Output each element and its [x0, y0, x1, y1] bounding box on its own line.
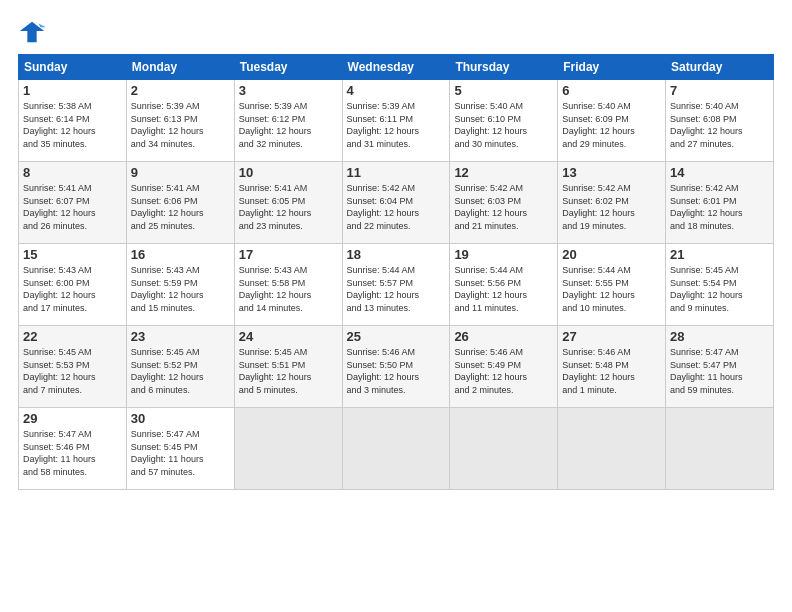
day-number: 30 — [131, 411, 230, 426]
weekday-sunday: Sunday — [19, 55, 127, 80]
day-cell: 3Sunrise: 5:39 AM Sunset: 6:12 PM Daylig… — [234, 80, 342, 162]
day-info: Sunrise: 5:39 AM Sunset: 6:11 PM Dayligh… — [347, 100, 446, 150]
day-cell: 28Sunrise: 5:47 AM Sunset: 5:47 PM Dayli… — [666, 326, 774, 408]
week-row-1: 1Sunrise: 5:38 AM Sunset: 6:14 PM Daylig… — [19, 80, 774, 162]
day-number: 24 — [239, 329, 338, 344]
day-info: Sunrise: 5:40 AM Sunset: 6:08 PM Dayligh… — [670, 100, 769, 150]
day-info: Sunrise: 5:41 AM Sunset: 6:07 PM Dayligh… — [23, 182, 122, 232]
day-info: Sunrise: 5:43 AM Sunset: 5:59 PM Dayligh… — [131, 264, 230, 314]
day-cell: 18Sunrise: 5:44 AM Sunset: 5:57 PM Dayli… — [342, 244, 450, 326]
day-info: Sunrise: 5:44 AM Sunset: 5:56 PM Dayligh… — [454, 264, 553, 314]
weekday-wednesday: Wednesday — [342, 55, 450, 80]
day-info: Sunrise: 5:41 AM Sunset: 6:05 PM Dayligh… — [239, 182, 338, 232]
day-number: 9 — [131, 165, 230, 180]
day-number: 4 — [347, 83, 446, 98]
calendar: SundayMondayTuesdayWednesdayThursdayFrid… — [18, 54, 774, 490]
day-number: 2 — [131, 83, 230, 98]
day-info: Sunrise: 5:42 AM Sunset: 6:03 PM Dayligh… — [454, 182, 553, 232]
day-cell: 1Sunrise: 5:38 AM Sunset: 6:14 PM Daylig… — [19, 80, 127, 162]
day-number: 27 — [562, 329, 661, 344]
day-info: Sunrise: 5:44 AM Sunset: 5:55 PM Dayligh… — [562, 264, 661, 314]
day-number: 18 — [347, 247, 446, 262]
day-info: Sunrise: 5:41 AM Sunset: 6:06 PM Dayligh… — [131, 182, 230, 232]
logo — [18, 18, 50, 46]
day-number: 22 — [23, 329, 122, 344]
day-info: Sunrise: 5:39 AM Sunset: 6:13 PM Dayligh… — [131, 100, 230, 150]
weekday-monday: Monday — [126, 55, 234, 80]
day-cell: 11Sunrise: 5:42 AM Sunset: 6:04 PM Dayli… — [342, 162, 450, 244]
day-number: 1 — [23, 83, 122, 98]
day-cell: 20Sunrise: 5:44 AM Sunset: 5:55 PM Dayli… — [558, 244, 666, 326]
day-number: 26 — [454, 329, 553, 344]
day-cell: 24Sunrise: 5:45 AM Sunset: 5:51 PM Dayli… — [234, 326, 342, 408]
day-cell — [450, 408, 558, 490]
day-info: Sunrise: 5:45 AM Sunset: 5:52 PM Dayligh… — [131, 346, 230, 396]
day-number: 23 — [131, 329, 230, 344]
svg-marker-1 — [39, 24, 46, 28]
weekday-saturday: Saturday — [666, 55, 774, 80]
day-cell: 6Sunrise: 5:40 AM Sunset: 6:09 PM Daylig… — [558, 80, 666, 162]
day-cell — [666, 408, 774, 490]
day-cell — [558, 408, 666, 490]
day-number: 12 — [454, 165, 553, 180]
weekday-friday: Friday — [558, 55, 666, 80]
header — [18, 18, 774, 46]
day-cell — [342, 408, 450, 490]
day-cell: 21Sunrise: 5:45 AM Sunset: 5:54 PM Dayli… — [666, 244, 774, 326]
day-info: Sunrise: 5:46 AM Sunset: 5:49 PM Dayligh… — [454, 346, 553, 396]
logo-icon — [18, 18, 46, 46]
day-number: 5 — [454, 83, 553, 98]
day-cell: 16Sunrise: 5:43 AM Sunset: 5:59 PM Dayli… — [126, 244, 234, 326]
day-number: 19 — [454, 247, 553, 262]
day-cell: 27Sunrise: 5:46 AM Sunset: 5:48 PM Dayli… — [558, 326, 666, 408]
day-cell: 15Sunrise: 5:43 AM Sunset: 6:00 PM Dayli… — [19, 244, 127, 326]
day-number: 14 — [670, 165, 769, 180]
day-info: Sunrise: 5:43 AM Sunset: 6:00 PM Dayligh… — [23, 264, 122, 314]
day-number: 20 — [562, 247, 661, 262]
day-cell: 10Sunrise: 5:41 AM Sunset: 6:05 PM Dayli… — [234, 162, 342, 244]
day-number: 21 — [670, 247, 769, 262]
day-info: Sunrise: 5:42 AM Sunset: 6:04 PM Dayligh… — [347, 182, 446, 232]
day-cell: 7Sunrise: 5:40 AM Sunset: 6:08 PM Daylig… — [666, 80, 774, 162]
day-info: Sunrise: 5:43 AM Sunset: 5:58 PM Dayligh… — [239, 264, 338, 314]
week-row-5: 29Sunrise: 5:47 AM Sunset: 5:46 PM Dayli… — [19, 408, 774, 490]
day-cell: 26Sunrise: 5:46 AM Sunset: 5:49 PM Dayli… — [450, 326, 558, 408]
weekday-tuesday: Tuesday — [234, 55, 342, 80]
day-cell: 19Sunrise: 5:44 AM Sunset: 5:56 PM Dayli… — [450, 244, 558, 326]
weekday-thursday: Thursday — [450, 55, 558, 80]
week-row-2: 8Sunrise: 5:41 AM Sunset: 6:07 PM Daylig… — [19, 162, 774, 244]
day-info: Sunrise: 5:45 AM Sunset: 5:53 PM Dayligh… — [23, 346, 122, 396]
day-cell: 30Sunrise: 5:47 AM Sunset: 5:45 PM Dayli… — [126, 408, 234, 490]
day-number: 29 — [23, 411, 122, 426]
day-number: 16 — [131, 247, 230, 262]
page: SundayMondayTuesdayWednesdayThursdayFrid… — [0, 0, 792, 612]
week-row-4: 22Sunrise: 5:45 AM Sunset: 5:53 PM Dayli… — [19, 326, 774, 408]
day-number: 25 — [347, 329, 446, 344]
day-cell: 17Sunrise: 5:43 AM Sunset: 5:58 PM Dayli… — [234, 244, 342, 326]
day-info: Sunrise: 5:39 AM Sunset: 6:12 PM Dayligh… — [239, 100, 338, 150]
day-number: 11 — [347, 165, 446, 180]
day-info: Sunrise: 5:45 AM Sunset: 5:54 PM Dayligh… — [670, 264, 769, 314]
day-number: 8 — [23, 165, 122, 180]
day-cell: 4Sunrise: 5:39 AM Sunset: 6:11 PM Daylig… — [342, 80, 450, 162]
day-info: Sunrise: 5:46 AM Sunset: 5:50 PM Dayligh… — [347, 346, 446, 396]
weekday-header-row: SundayMondayTuesdayWednesdayThursdayFrid… — [19, 55, 774, 80]
day-number: 17 — [239, 247, 338, 262]
day-info: Sunrise: 5:47 AM Sunset: 5:47 PM Dayligh… — [670, 346, 769, 396]
day-info: Sunrise: 5:42 AM Sunset: 6:02 PM Dayligh… — [562, 182, 661, 232]
calendar-body: 1Sunrise: 5:38 AM Sunset: 6:14 PM Daylig… — [19, 80, 774, 490]
day-cell: 14Sunrise: 5:42 AM Sunset: 6:01 PM Dayli… — [666, 162, 774, 244]
day-cell: 22Sunrise: 5:45 AM Sunset: 5:53 PM Dayli… — [19, 326, 127, 408]
day-cell: 9Sunrise: 5:41 AM Sunset: 6:06 PM Daylig… — [126, 162, 234, 244]
day-cell: 2Sunrise: 5:39 AM Sunset: 6:13 PM Daylig… — [126, 80, 234, 162]
day-info: Sunrise: 5:47 AM Sunset: 5:46 PM Dayligh… — [23, 428, 122, 478]
day-info: Sunrise: 5:45 AM Sunset: 5:51 PM Dayligh… — [239, 346, 338, 396]
day-number: 15 — [23, 247, 122, 262]
day-cell: 29Sunrise: 5:47 AM Sunset: 5:46 PM Dayli… — [19, 408, 127, 490]
day-cell: 25Sunrise: 5:46 AM Sunset: 5:50 PM Dayli… — [342, 326, 450, 408]
day-info: Sunrise: 5:38 AM Sunset: 6:14 PM Dayligh… — [23, 100, 122, 150]
day-cell: 12Sunrise: 5:42 AM Sunset: 6:03 PM Dayli… — [450, 162, 558, 244]
day-number: 28 — [670, 329, 769, 344]
day-number: 6 — [562, 83, 661, 98]
day-number: 13 — [562, 165, 661, 180]
